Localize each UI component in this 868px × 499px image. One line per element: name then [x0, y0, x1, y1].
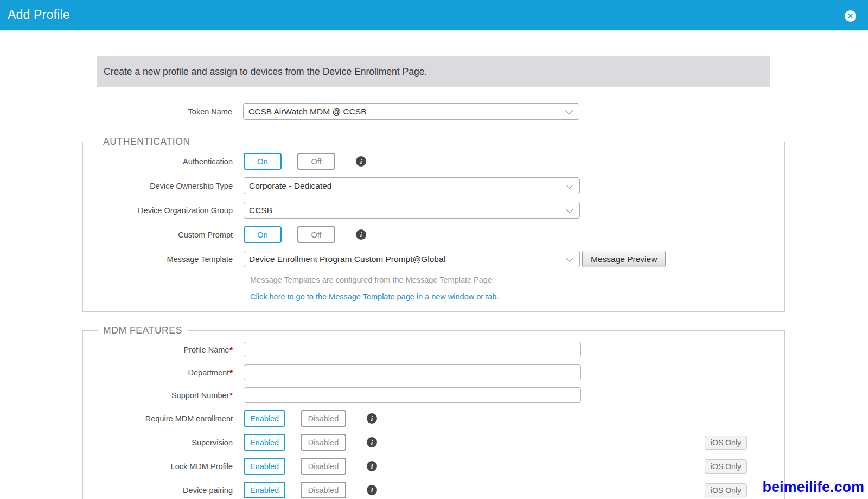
- support-number-row: Support Number*: [83, 387, 784, 403]
- message-template-link-row: Click here to go to the Message Template…: [250, 292, 784, 302]
- add-profile-dialog: Add Profile ✕ Create a new profile and a…: [0, 0, 868, 499]
- require-mdm-enrollment-disabled-button[interactable]: Disabled: [301, 410, 346, 427]
- custom-prompt-off-button[interactable]: Off: [297, 226, 335, 243]
- device-pairing-disabled-button[interactable]: Disabled: [301, 482, 346, 498]
- required-marker: *: [229, 368, 233, 377]
- authentication-label: Authentication: [83, 157, 244, 166]
- message-template-helper-text: Message Templates are configured from th…: [250, 276, 492, 284]
- authentication-legend: AUTHENTICATION: [98, 136, 196, 148]
- require-mdm-enrollment-row: Require MDM enrollment Enabled Disabled …: [83, 410, 784, 427]
- info-banner: Create a new profile and assign to devic…: [97, 56, 770, 87]
- message-template-value: Device Enrollment Program Custom Prompt@…: [249, 254, 445, 264]
- supervision-disabled-button[interactable]: Disabled: [301, 434, 346, 451]
- require-mdm-enrollment-enabled-button[interactable]: Enabled: [244, 410, 285, 427]
- require-mdm-enrollment-label: Require MDM enrollment: [83, 414, 244, 423]
- device-ownership-type-select[interactable]: Corporate - Dedicated: [244, 177, 580, 194]
- required-marker: *: [229, 391, 233, 400]
- mdm-features-section: MDM FEATURES Profile Name* Department* S…: [82, 325, 785, 499]
- authentication-row: Authentication On Off i: [83, 153, 784, 170]
- custom-prompt-label: Custom Prompt: [83, 231, 244, 239]
- info-icon[interactable]: i: [367, 413, 377, 424]
- custom-prompt-row: Custom Prompt On Off i: [83, 226, 784, 243]
- support-number-input[interactable]: [244, 387, 581, 403]
- authentication-section: AUTHENTICATION Authentication On Off i D…: [82, 136, 785, 312]
- profile-name-label: Profile Name*: [83, 346, 244, 354]
- token-name-select[interactable]: CCSB AirWatch MDM @ CCSB: [243, 103, 579, 120]
- supervision-enabled-button[interactable]: Enabled: [244, 434, 285, 451]
- info-icon[interactable]: i: [367, 461, 377, 471]
- device-ownership-type-row: Device Ownership Type Corporate - Dedica…: [83, 177, 784, 194]
- chevron-down-icon: [566, 254, 573, 262]
- token-name-row: Token Name CCSB AirWatch MDM @ CCSB: [0, 103, 868, 120]
- watermark-text: beimeilife.com: [762, 479, 864, 496]
- device-ownership-type-value: Corporate - Dedicated: [249, 181, 332, 191]
- token-name-value: CCSB AirWatch MDM @ CCSB: [248, 107, 367, 117]
- lock-mdm-profile-row: Lock MDM Profile Enabled Disabled i iOS …: [83, 458, 784, 475]
- supervision-label: Supervision: [83, 438, 244, 447]
- device-organization-group-label: Device Organization Group: [83, 206, 244, 215]
- device-pairing-enabled-button[interactable]: Enabled: [244, 482, 285, 498]
- info-icon[interactable]: i: [367, 485, 377, 495]
- lock-mdm-profile-disabled-button[interactable]: Disabled: [301, 458, 346, 475]
- page-title: Add Profile: [8, 8, 70, 22]
- authentication-off-button[interactable]: Off: [297, 153, 335, 170]
- supervision-row: Supervision Enabled Disabled i iOS Only: [83, 434, 784, 451]
- mdm-features-legend: MDM FEATURES: [98, 325, 188, 336]
- device-organization-group-select[interactable]: CCSB: [244, 202, 580, 219]
- device-organization-group-value: CCSB: [249, 206, 272, 215]
- message-preview-button[interactable]: Message Preview: [582, 251, 666, 267]
- device-pairing-label: Device pairing: [83, 486, 244, 495]
- message-template-link[interactable]: Click here to go to the Message Template…: [250, 292, 499, 301]
- info-icon[interactable]: i: [367, 437, 377, 447]
- department-row: Department*: [83, 364, 784, 380]
- info-icon[interactable]: i: [356, 156, 366, 167]
- profile-name-input[interactable]: [244, 342, 581, 357]
- lock-mdm-profile-label: Lock MDM Profile: [83, 462, 244, 471]
- dialog-header: Add Profile ✕: [0, 0, 868, 31]
- profile-name-row: Profile Name*: [83, 342, 784, 357]
- info-icon[interactable]: i: [356, 229, 366, 240]
- close-icon[interactable]: ✕: [845, 10, 856, 22]
- info-banner-text: Create a new profile and assign to devic…: [104, 66, 427, 78]
- department-label: Department*: [83, 368, 244, 377]
- ios-only-badge: iOS Only: [705, 459, 747, 474]
- department-input[interactable]: [244, 364, 581, 380]
- message-template-row: Message Template Device Enrollment Progr…: [83, 251, 784, 267]
- chevron-down-icon: [565, 107, 573, 114]
- authentication-on-button[interactable]: On: [244, 153, 282, 170]
- device-ownership-type-label: Device Ownership Type: [83, 182, 244, 190]
- token-name-label: Token Name: [0, 107, 243, 116]
- chevron-down-icon: [566, 181, 573, 189]
- message-template-helper-row: Message Templates are configured from th…: [250, 275, 784, 285]
- chevron-down-icon: [566, 206, 573, 213]
- required-marker: *: [229, 346, 233, 354]
- support-number-label: Support Number*: [83, 391, 244, 400]
- message-template-label: Message Template: [83, 255, 244, 264]
- message-template-select[interactable]: Device Enrollment Program Custom Prompt@…: [244, 251, 580, 267]
- lock-mdm-profile-enabled-button[interactable]: Enabled: [244, 458, 285, 475]
- device-organization-group-row: Device Organization Group CCSB: [83, 202, 784, 219]
- custom-prompt-on-button[interactable]: On: [244, 226, 282, 243]
- device-pairing-row: Device pairing Enabled Disabled i iOS On…: [83, 482, 784, 498]
- ios-only-badge: iOS Only: [705, 436, 747, 450]
- ios-only-badge: iOS Only: [705, 483, 747, 497]
